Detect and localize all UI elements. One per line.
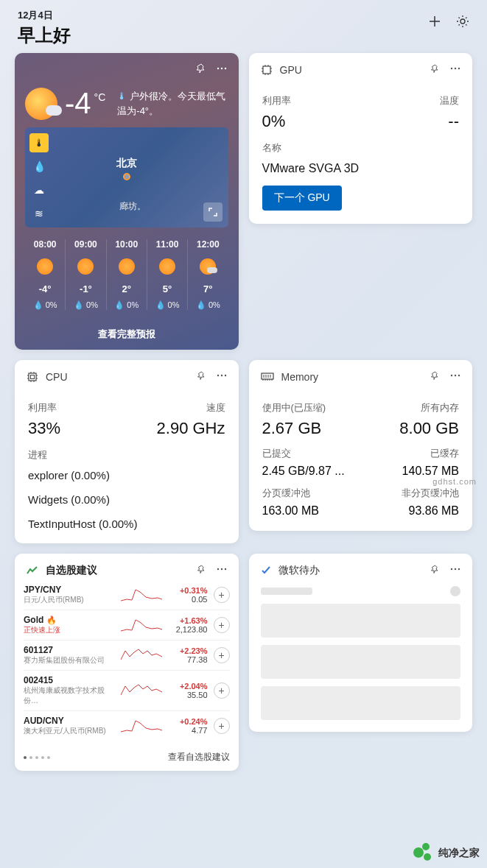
todo-widget[interactable]: 微软待办 <box>249 554 473 732</box>
gpu-temp-value: -- <box>448 112 459 131</box>
map-tab-wind[interactable]: ≋ <box>29 204 49 223</box>
cpu-util-label: 利用率 <box>28 401 60 414</box>
memory-title: Memory <box>281 371 319 383</box>
stock-row[interactable]: Gold🔥 正快速上涨 +1.63% 2,123.80 + <box>24 610 230 640</box>
memory-widget[interactable]: Memory 使用中(已压缩)2.67 GB 所有内存8.00 GB 已提交2.… <box>249 360 473 531</box>
pin-button[interactable] <box>197 564 206 577</box>
pin-button[interactable] <box>196 63 206 77</box>
stock-sparkline <box>121 586 162 604</box>
stock-row[interactable]: 002415 杭州海康威视数字技术股份… +2.04% 35.50 + <box>24 670 230 710</box>
pin-button[interactable] <box>430 63 440 77</box>
process-item: TextInputHost (0.00%) <box>28 518 225 530</box>
svg-point-22 <box>458 568 460 570</box>
stock-symbol: AUD/CNY <box>24 716 115 726</box>
settings-button[interactable] <box>456 15 469 28</box>
forecast-time: 12:00 <box>197 239 220 250</box>
add-stock-button[interactable]: + <box>214 682 230 699</box>
forecast-precipitation: 💧 0% <box>114 300 139 310</box>
view-full-forecast-link[interactable]: 查看完整预报 <box>15 319 239 350</box>
cpu-process-list: explorer (0.00%)Widgets (0.00%)TextInput… <box>28 469 225 530</box>
svg-point-0 <box>460 19 465 24</box>
forecast-item[interactable]: 12:00 7° 💧 0% <box>187 239 228 310</box>
stock-change-pct: +0.31% <box>180 586 208 595</box>
more-icon <box>450 564 460 574</box>
forecast-item[interactable]: 11:00 5° 💧 0% <box>147 239 187 310</box>
todo-skeleton-header <box>261 586 461 596</box>
weather-map[interactable]: 🌡 💧 ☁ ≋ 北京 廊坊。 <box>25 127 228 227</box>
map-expand-button[interactable] <box>203 202 223 222</box>
gpu-widget[interactable]: GPU 利用率 0% 温度 -- 名称 VMware SVGA 3D <box>249 53 473 224</box>
map-tab-cloud[interactable]: ☁ <box>29 180 49 200</box>
add-widget-button[interactable] <box>428 15 441 28</box>
stock-row[interactable]: AUD/CNY 澳大利亚元/人民币(RMB) +0.24% 4.77 + <box>24 710 230 741</box>
more-button[interactable] <box>450 370 460 384</box>
pin-button[interactable] <box>430 370 440 384</box>
mem-paged-value: 163.00 MB <box>262 504 319 518</box>
stocks-widget[interactable]: 自选股建议 JPY/CNY 日元/人民币(RMB) +0.31% 0.05 + … <box>15 554 239 771</box>
forecast-temp: -4° <box>39 283 52 294</box>
forecast-condition-icon <box>119 258 135 275</box>
svg-rect-9 <box>31 375 35 379</box>
more-button[interactable] <box>450 63 460 77</box>
stock-price: 77.38 <box>187 655 208 664</box>
pin-button[interactable] <box>197 370 206 384</box>
cpu-widget[interactable]: CPU 利用率 33% 速度 2.90 GHz 进程 explorer (0.0… <box>15 360 239 543</box>
stock-name: 澳大利亚元/人民币(RMB) <box>24 726 115 736</box>
next-gpu-button[interactable]: 下一个 GPU <box>262 186 342 211</box>
cloud-icon: ☁ <box>34 184 44 196</box>
header-greeting: 早上好 <box>18 24 71 47</box>
more-icon <box>217 63 227 74</box>
header-date: 12月4日 <box>18 9 71 22</box>
pin-icon <box>197 565 206 574</box>
stocks-title: 自选股建议 <box>46 564 97 577</box>
watermark-brand: 纯净之家 <box>413 843 480 864</box>
mem-nonpaged-label: 非分页缓冲池 <box>402 487 459 500</box>
pin-button[interactable] <box>430 564 440 577</box>
map-city2-label: 廊坊。 <box>119 200 146 213</box>
current-temperature: -4°C <box>65 87 105 120</box>
add-stock-button[interactable]: + <box>214 647 230 663</box>
stock-symbol: Gold🔥 <box>24 615 115 625</box>
view-stocks-link[interactable]: 查看自选股建议 <box>168 751 230 763</box>
weather-description: 🌡户外很冷。今天最低气温为-4°。 <box>117 89 228 118</box>
svg-point-18 <box>220 568 222 570</box>
forecast-item[interactable]: 10:00 2° 💧 0% <box>106 239 147 310</box>
svg-point-12 <box>224 375 225 376</box>
droplet-icon: 💧 <box>33 160 46 172</box>
more-button[interactable] <box>450 564 460 577</box>
add-stock-button[interactable]: + <box>214 718 230 734</box>
more-button[interactable] <box>217 370 227 384</box>
gpu-chip-icon <box>261 64 273 76</box>
svg-point-14 <box>451 375 452 376</box>
svg-point-6 <box>455 68 456 69</box>
map-tab-temp[interactable]: 🌡 <box>29 133 49 152</box>
more-button[interactable] <box>217 63 227 77</box>
stock-name: 赛力斯集团股份有限公司 <box>24 655 115 666</box>
more-icon <box>450 63 460 74</box>
stock-price: 35.50 <box>187 691 208 699</box>
add-stock-button[interactable]: + <box>214 587 230 603</box>
add-stock-button[interactable]: + <box>214 617 230 633</box>
forecast-precipitation: 💧 0% <box>33 300 57 310</box>
stock-row[interactable]: 601127 赛力斯集团股份有限公司 +2.23% 77.38 + <box>24 640 230 670</box>
forecast-condition-icon <box>159 258 175 275</box>
map-tab-rain[interactable]: 💧 <box>29 157 49 176</box>
stock-name: 杭州海康威视数字技术股份… <box>24 685 115 706</box>
stock-row[interactable]: JPY/CNY 日元/人民币(RMB) +0.31% 0.05 + <box>24 580 230 610</box>
more-button[interactable] <box>217 564 227 577</box>
weather-widget[interactable]: -4°C 🌡户外很冷。今天最低气温为-4°。 🌡 💧 ☁ ≋ 北京 廊坊。 08… <box>15 53 239 350</box>
forecast-item[interactable]: 08:00 -4° 💧 0% <box>25 239 65 310</box>
mem-total-label: 所有内存 <box>421 401 459 414</box>
gpu-temp-label: 温度 <box>440 94 459 107</box>
mem-cached-value: 140.57 MB <box>402 465 459 478</box>
todo-title: 微软待办 <box>278 564 320 577</box>
more-icon <box>217 564 227 574</box>
forecast-item[interactable]: 09:00 -1° 💧 0% <box>65 239 105 310</box>
svg-point-10 <box>217 375 218 376</box>
pagination-dots[interactable] <box>24 756 50 759</box>
stock-change-pct: +2.23% <box>180 646 208 655</box>
pin-icon <box>197 371 206 381</box>
stock-change-pct: +0.24% <box>180 717 208 726</box>
mem-total-value: 8.00 GB <box>399 419 459 438</box>
forecast-temp: -1° <box>80 283 92 294</box>
